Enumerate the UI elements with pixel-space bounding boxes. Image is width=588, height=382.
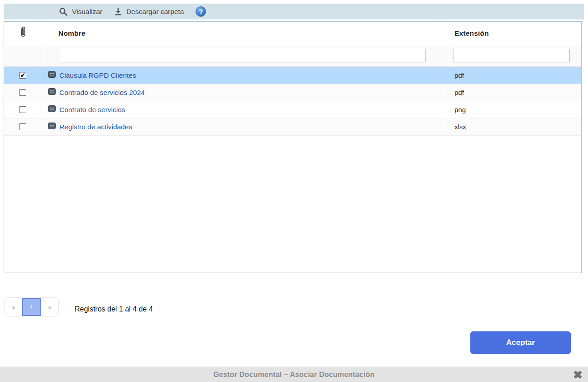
- row-checkbox-cell: [4, 84, 42, 101]
- extension-header-label: Extensión: [454, 29, 489, 38]
- filter-nombre-cell: [42, 45, 448, 66]
- document-link[interactable]: Registro de actividades: [59, 123, 132, 131]
- document-link[interactable]: Contrado de servicios 2024: [59, 89, 145, 97]
- search-icon: [59, 7, 68, 16]
- help-icon[interactable]: ?: [196, 6, 206, 17]
- extension-column-header[interactable]: Extensión: [448, 22, 581, 45]
- documents-table: Nombre Extensión: [4, 21, 582, 273]
- nombre-header-label: Nombre: [58, 29, 86, 38]
- row-checkbox[interactable]: [19, 123, 26, 130]
- toolbar: Visualizar Descargar carpeta ?: [4, 4, 584, 19]
- attachment-column-header: [4, 22, 42, 45]
- table-row[interactable]: Registro de actividades xlsx: [4, 118, 581, 136]
- nombre-filter-input[interactable]: [60, 49, 425, 62]
- table-header-row: Nombre Extensión: [4, 22, 581, 45]
- visualizar-button[interactable]: Visualizar: [59, 7, 102, 16]
- row-nombre-cell: Contrado de servicios 2024: [42, 84, 448, 101]
- row-checkbox[interactable]: [19, 89, 26, 96]
- document-icon: [48, 71, 56, 80]
- document-link[interactable]: Cláusula RGPD Clientes: [59, 71, 136, 80]
- extension-filter-input[interactable]: [454, 49, 570, 62]
- pagination-page-1-button[interactable]: 1: [22, 298, 41, 316]
- table-filter-row: [4, 45, 581, 67]
- extension-value: png: [454, 106, 466, 113]
- paperclip-icon: [19, 26, 28, 41]
- row-nombre-cell: Cláusula RGPD Clientes: [42, 67, 448, 84]
- pagination-prev-button[interactable]: «: [5, 298, 22, 316]
- row-checkbox-cell: [4, 67, 42, 84]
- document-icon: [48, 88, 56, 97]
- nombre-column-header[interactable]: Nombre: [42, 22, 448, 45]
- row-nombre-cell: Registro de actividades: [42, 118, 448, 135]
- records-summary: Registros del 1 al 4 de 4: [75, 305, 153, 313]
- table-row[interactable]: Contrado de servicios 2024 pdf: [4, 84, 581, 101]
- row-checkbox[interactable]: [19, 106, 26, 113]
- extension-value: pdf: [454, 89, 464, 96]
- row-extension-cell: png: [448, 101, 581, 118]
- row-checkbox-cell: [4, 101, 42, 118]
- row-nombre-cell: Contrato de servicios: [42, 101, 448, 118]
- row-checkbox-cell: [4, 118, 42, 135]
- extension-value: pdf: [454, 71, 464, 79]
- document-link[interactable]: Contrato de servicios: [59, 106, 125, 114]
- document-icon: [48, 105, 56, 114]
- download-icon: [114, 7, 122, 16]
- row-extension-cell: xlsx: [448, 118, 581, 135]
- visualizar-label: Visualizar: [72, 8, 102, 16]
- dialog-title-bar: Gestor Documental – Asociar Documentació…: [0, 367, 588, 382]
- row-extension-cell: pdf: [448, 84, 581, 101]
- pagination: « 1 »: [5, 297, 59, 316]
- aceptar-button[interactable]: Aceptar: [470, 331, 571, 354]
- dialog-title: Gestor Documental – Asociar Documentació…: [213, 371, 374, 379]
- filter-extension-cell: [448, 45, 581, 66]
- row-checkbox[interactable]: [19, 72, 26, 79]
- extension-value: xlsx: [454, 123, 466, 131]
- pagination-next-button[interactable]: »: [41, 298, 58, 316]
- asociar-documentacion-dialog: Visualizar Descargar carpeta ?: [0, 0, 588, 382]
- document-icon: [48, 123, 56, 131]
- descargar-carpeta-button[interactable]: Descargar carpeta: [114, 7, 184, 16]
- table-row[interactable]: Cláusula RGPD Clientes pdf: [4, 67, 581, 84]
- table-row[interactable]: Contrato de servicios png: [4, 101, 581, 118]
- close-icon[interactable]: ✖: [573, 369, 583, 380]
- filter-attach-cell: [4, 45, 42, 66]
- descargar-carpeta-label: Descargar carpeta: [126, 8, 184, 16]
- row-extension-cell: pdf: [448, 67, 581, 84]
